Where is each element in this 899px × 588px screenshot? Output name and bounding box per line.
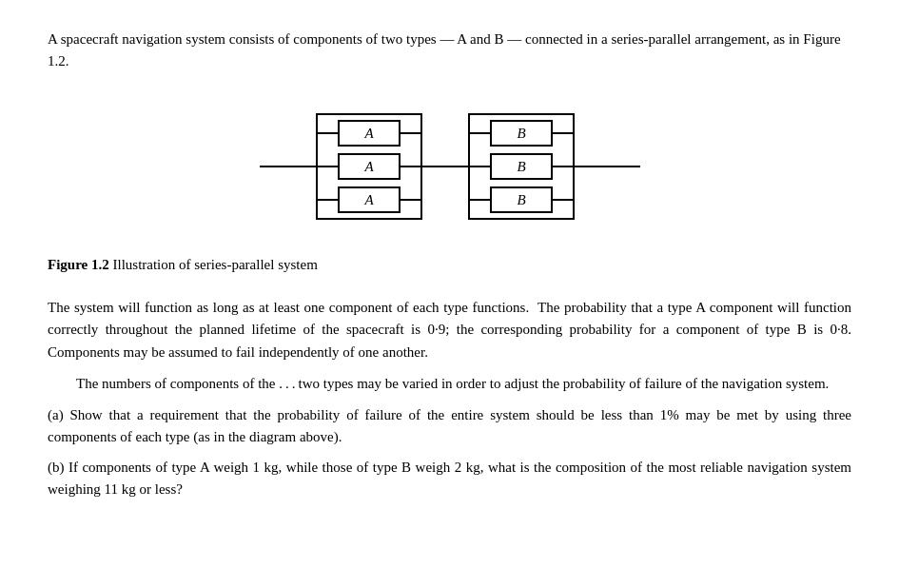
svg-text:A: A: [363, 159, 374, 174]
svg-text:A: A: [363, 192, 374, 207]
part-b: (b) If components of type A weigh 1 kg, …: [48, 457, 851, 501]
paragraph-2: The numbers of components of the ...two …: [48, 373, 851, 395]
paragraph-1: The system will function as long as at l…: [48, 297, 851, 363]
svg-text:B: B: [517, 159, 525, 174]
figure-caption: Figure 1.2 Illustration of series-parall…: [48, 257, 851, 273]
part-a: (a) Show that a requirement that the pro…: [48, 404, 851, 449]
series-parallel-diagram: A A A B B B: [250, 90, 650, 243]
svg-text:B: B: [517, 192, 525, 207]
figure-number: Figure 1.2: [48, 257, 109, 272]
svg-text:A: A: [363, 126, 374, 141]
figure-caption-text: Illustration of series-parallel system: [109, 257, 318, 272]
intro-paragraph: A spacecraft navigation system consists …: [48, 29, 851, 71]
svg-text:B: B: [517, 126, 525, 141]
